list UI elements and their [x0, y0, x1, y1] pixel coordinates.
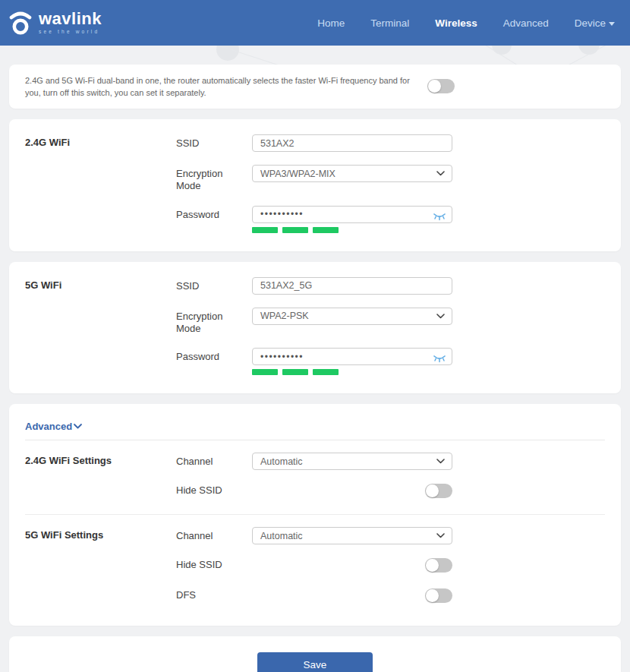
eye-closed-icon[interactable] [433, 210, 446, 224]
main-nav: Home Terminal Wireless Advanced Device [317, 17, 615, 29]
channel-row-5g: Channel Automatic [176, 527, 605, 544]
encryption-row-5g: Encryption Mode WPA2-PSK [176, 308, 605, 336]
dual-band-description: 2.4G and 5G Wi-Fi dual-band in one, the … [25, 74, 414, 99]
chevron-down-icon [436, 459, 445, 464]
dfs-toggle[interactable] [425, 588, 452, 603]
hide-ssid-row-5g: Hide SSID [176, 557, 605, 573]
hide-ssid-toggle-24g[interactable] [425, 484, 452, 498]
password-input-5g[interactable] [252, 348, 452, 365]
nav-terminal[interactable]: Terminal [370, 17, 409, 29]
strength-bar [282, 369, 308, 375]
hide-ssid-label: Hide SSID [176, 484, 252, 497]
ssid-row-24g: SSID [176, 134, 605, 152]
toggle-knob [426, 589, 439, 602]
toggle-knob [426, 559, 439, 572]
strength-bar [282, 227, 308, 233]
password-label: Password [176, 206, 252, 221]
ssid-label: SSID [176, 134, 252, 150]
wifi-24g-settings-title: 2.4G WiFi Settings [25, 453, 176, 498]
advanced-expander-label: Advanced [25, 421, 72, 432]
strength-bar [313, 369, 339, 375]
nav-device[interactable]: Device [575, 17, 615, 29]
brand-name: wavlink [39, 11, 102, 27]
advanced-settings-card: Advanced 2.4G WiFi Settings Channel Auto… [9, 404, 621, 626]
wifi-5g-card: 5G WiFi SSID Encryption Mode WPA2-PSK [9, 262, 621, 394]
strength-bar [252, 369, 278, 375]
wavlink-logo-icon [8, 8, 33, 37]
chevron-down-icon [73, 423, 83, 430]
dfs-row-5g: DFS [176, 588, 605, 603]
password-row-5g: Password [176, 348, 605, 375]
wifi-24g-settings-section: 2.4G WiFi Settings Channel Automatic [25, 453, 605, 498]
brand-logo[interactable]: wavlink see the world [8, 8, 102, 37]
password-strength-meter-5g [252, 369, 452, 375]
wifi-5g-title: 5G WiFi [25, 277, 176, 376]
chevron-down-icon [436, 171, 445, 176]
content-area: 2.4G and 5G Wi-Fi dual-band in one, the … [0, 65, 630, 672]
eye-closed-icon[interactable] [433, 352, 446, 366]
save-button[interactable]: Save [257, 652, 373, 672]
nav-wireless[interactable]: Wireless [435, 17, 477, 29]
channel-label: Channel [176, 453, 252, 468]
encryption-select-24g[interactable]: WPA3/WPA2-MIX [252, 165, 452, 182]
nav-advanced[interactable]: Advanced [503, 17, 549, 29]
encryption-select-5g-value: WPA2-PSK [260, 311, 309, 321]
password-label: Password [176, 348, 252, 363]
encryption-mode-label: Encryption Mode [176, 308, 252, 336]
ssid-label: SSID [176, 277, 252, 292]
top-nav-bar: wavlink see the world Home Terminal Wire… [0, 0, 630, 46]
brand-tagline: see the world [39, 30, 102, 35]
chevron-down-icon [436, 533, 445, 538]
divider [25, 440, 605, 440]
encryption-mode-label: Encryption Mode [176, 165, 252, 193]
wifi-24g-title: 2.4G WiFi [25, 134, 176, 233]
channel-select-24g-value: Automatic [260, 456, 303, 467]
wifi-24g-card: 2.4G WiFi SSID Encryption Mode WPA3/WPA2… [9, 119, 621, 251]
password-strength-meter-24g [252, 227, 452, 233]
ssid-input-24g[interactable] [252, 134, 452, 152]
hide-ssid-label: Hide SSID [176, 559, 252, 571]
hide-ssid-toggle-5g[interactable] [425, 558, 452, 573]
strength-bar [252, 227, 278, 233]
dual-band-banner-card: 2.4G and 5G Wi-Fi dual-band in one, the … [9, 65, 621, 109]
nav-device-label: Device [575, 17, 606, 29]
channel-label: Channel [176, 527, 252, 542]
channel-select-5g-value: Automatic [260, 531, 303, 541]
dual-band-toggle[interactable] [427, 79, 455, 93]
toggle-knob [426, 484, 439, 497]
encryption-row-24g: Encryption Mode WPA3/WPA2-MIX [176, 165, 605, 193]
encryption-select-5g[interactable]: WPA2-PSK [252, 308, 452, 325]
channel-select-24g[interactable]: Automatic [252, 453, 452, 470]
caret-down-icon [609, 22, 615, 26]
wifi-5g-settings-title: 5G WiFi Settings [25, 527, 176, 603]
channel-select-5g[interactable]: Automatic [252, 527, 452, 544]
ssid-row-5g: SSID [176, 277, 605, 295]
divider [25, 514, 605, 515]
nav-home[interactable]: Home [317, 17, 345, 29]
dfs-label: DFS [176, 589, 252, 601]
hide-ssid-row-24g: Hide SSID [176, 483, 605, 498]
brand-text: wavlink see the world [39, 11, 102, 35]
chevron-down-icon [436, 314, 445, 319]
ssid-input-5g[interactable] [252, 277, 452, 295]
password-row-24g: Password [176, 206, 605, 233]
wifi-5g-settings-section: 5G WiFi Settings Channel Automatic Hi [25, 527, 605, 603]
password-input-24g[interactable] [252, 206, 452, 223]
save-card: Save [9, 636, 621, 672]
channel-row-24g: Channel Automatic [176, 453, 605, 470]
toggle-knob [428, 80, 441, 93]
advanced-expander[interactable]: Advanced [25, 421, 83, 432]
encryption-select-24g-value: WPA3/WPA2-MIX [260, 169, 335, 179]
strength-bar [313, 227, 339, 233]
